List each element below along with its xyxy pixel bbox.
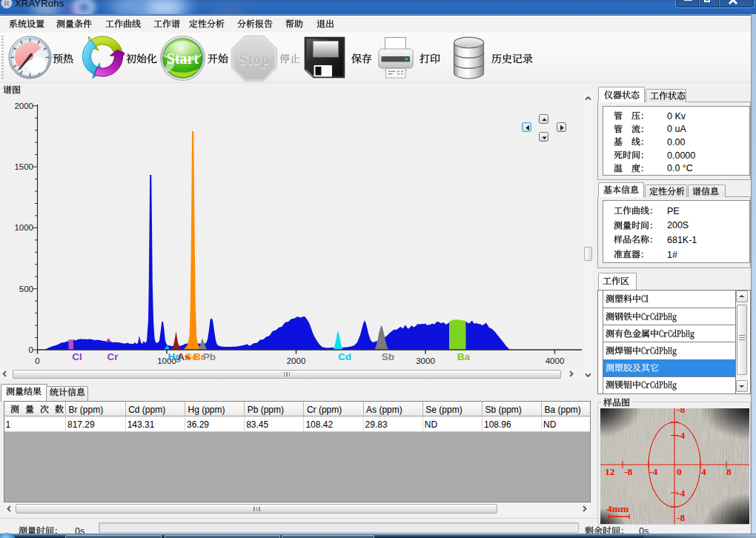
svg-text:Start: Start (167, 50, 199, 67)
svg-text:-8: -8 (677, 512, 685, 523)
svg-text:Cr: Cr (107, 351, 119, 362)
svg-text:4000: 4000 (546, 356, 565, 365)
svg-text:-8: -8 (677, 408, 685, 415)
svg-text:Cl: Cl (72, 351, 82, 362)
svg-text:Sb: Sb (382, 351, 394, 362)
svg-text:-4: -4 (649, 466, 657, 477)
svg-text:-8: -8 (624, 466, 632, 477)
svg-text:1000: 1000 (14, 223, 33, 232)
svg-text:Stop: Stop (239, 50, 270, 68)
svg-text:8: 8 (726, 466, 732, 477)
svg-text:1500: 1500 (14, 162, 33, 171)
svg-text:Ba: Ba (457, 351, 471, 362)
svg-text:-4: -4 (677, 488, 685, 499)
svg-text:12: 12 (605, 466, 615, 477)
svg-text:2000: 2000 (14, 102, 33, 110)
svg-text:500: 500 (19, 285, 33, 293)
svg-text:0: 0 (35, 356, 39, 365)
svg-text:2000: 2000 (287, 356, 306, 365)
svg-text:0: 0 (29, 345, 33, 354)
svg-text:-4: -4 (677, 430, 685, 441)
svg-text:4: 4 (701, 466, 706, 477)
svg-text:4mm: 4mm (607, 503, 629, 514)
svg-text:R: R (4, 0, 10, 7)
svg-text:Pb: Pb (203, 351, 216, 362)
svg-text:3000: 3000 (416, 356, 435, 365)
svg-text:Cd: Cd (338, 351, 351, 362)
svg-text:0: 0 (677, 466, 682, 477)
